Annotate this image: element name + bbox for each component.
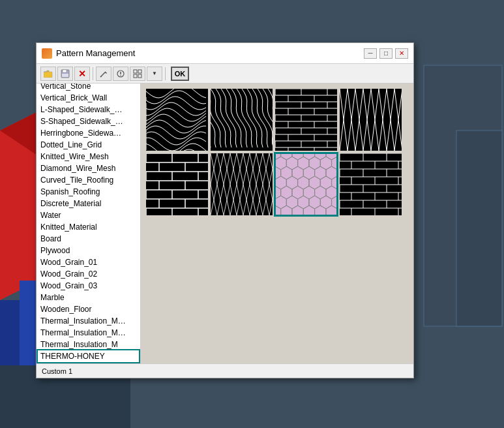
ok-button[interactable]: OK bbox=[171, 67, 189, 81]
list-item[interactable]: Vertical_Stone bbox=[37, 84, 140, 91]
svg-rect-14 bbox=[62, 74, 68, 77]
list-item[interactable]: Wooden_Floor bbox=[37, 302, 140, 314]
toolbar: ✕ ▼ OK bbox=[37, 64, 413, 84]
svg-rect-9 bbox=[456, 130, 502, 326]
list-item[interactable]: Vertical_Brick_Wall bbox=[37, 91, 140, 102]
list-item[interactable]: Diamond_Wire_Mesh bbox=[37, 161, 140, 173]
list-item[interactable]: Wood_Grain_03 bbox=[37, 279, 140, 290]
svg-rect-24 bbox=[138, 74, 141, 78]
svg-rect-10 bbox=[44, 72, 52, 78]
dialog-title: Pattern Management bbox=[56, 48, 135, 58]
pattern-cell[interactable] bbox=[340, 153, 402, 215]
delete-button[interactable]: ✕ bbox=[74, 67, 90, 81]
pattern-list[interactable]: Vertical_StoneVertical_Brick_WallL-Shape… bbox=[37, 84, 141, 363]
maximize-button[interactable]: □ bbox=[379, 48, 393, 59]
list-item[interactable]: Wood_Grain_01 bbox=[37, 255, 140, 267]
svg-rect-13 bbox=[63, 70, 67, 72]
titlebar-left: Pattern Management bbox=[42, 48, 135, 59]
svg-rect-23 bbox=[134, 74, 137, 78]
titlebar: Pattern Management ─ □ ✕ bbox=[37, 43, 413, 64]
list-item[interactable]: THERMO-HONEY bbox=[37, 349, 140, 363]
list-item[interactable]: Thermal_Insulation_M bbox=[37, 337, 140, 349]
list-item[interactable]: Dotted_Line_Grid bbox=[37, 138, 140, 149]
list-item[interactable]: Plywood bbox=[37, 243, 140, 255]
save-button[interactable] bbox=[57, 67, 73, 81]
pattern-cell[interactable] bbox=[211, 153, 273, 215]
svg-rect-22 bbox=[138, 70, 141, 73]
svg-rect-21 bbox=[134, 70, 137, 73]
list-item[interactable]: S-Shaped_Sidewalk_… bbox=[37, 114, 140, 126]
edit-button[interactable] bbox=[96, 67, 111, 81]
titlebar-controls: ─ □ ✕ bbox=[364, 48, 408, 59]
pattern-cell[interactable] bbox=[146, 153, 208, 215]
list-item[interactable]: Herringbone_Sidewa… bbox=[37, 126, 140, 138]
svg-marker-11 bbox=[44, 70, 49, 72]
pattern-grid bbox=[146, 89, 402, 215]
list-item[interactable]: Knitted_Wire_Mesh bbox=[37, 149, 140, 161]
list-item[interactable]: Wood_Grain_02 bbox=[37, 267, 140, 279]
list-item[interactable]: Knitted_Material bbox=[37, 220, 140, 232]
dropdown-button[interactable]: ▼ bbox=[147, 67, 162, 81]
main-content: Vertical_StoneVertical_Brick_WallL-Shape… bbox=[37, 84, 413, 363]
open-button[interactable] bbox=[40, 67, 56, 81]
list-item[interactable]: L-Shaped_Sidewalk_… bbox=[37, 102, 140, 114]
list-item[interactable]: Thermal_Insulation_M… bbox=[37, 326, 140, 337]
list-item[interactable]: Discrete_Material bbox=[37, 196, 140, 208]
svg-line-15 bbox=[100, 72, 106, 77]
list-item[interactable]: Board bbox=[37, 232, 140, 243]
close-button[interactable]: ✕ bbox=[395, 48, 408, 59]
pattern-cell[interactable] bbox=[211, 89, 273, 151]
list-item[interactable]: Water bbox=[37, 208, 140, 220]
pattern-preview-panel bbox=[141, 84, 413, 363]
pattern-cell[interactable] bbox=[146, 89, 208, 151]
toolbar-separator-2 bbox=[165, 67, 166, 80]
list-item[interactable]: Thermal_Insulation_M… bbox=[37, 314, 140, 326]
list-item[interactable]: Spanish_Roofing bbox=[37, 185, 140, 196]
list-item[interactable]: Marble bbox=[37, 290, 140, 302]
status-text: Custom 1 bbox=[42, 367, 72, 375]
grid-view-button[interactable] bbox=[130, 67, 145, 81]
pattern-cell[interactable] bbox=[275, 153, 337, 215]
properties-button[interactable] bbox=[113, 67, 128, 81]
statusbar: Custom 1 bbox=[37, 363, 413, 378]
pattern-cell[interactable] bbox=[275, 89, 337, 151]
app-icon bbox=[42, 48, 52, 59]
toolbar-separator-1 bbox=[93, 67, 93, 80]
minimize-button[interactable]: ─ bbox=[364, 48, 377, 59]
list-item[interactable]: Curved_Tile_Roofing bbox=[37, 173, 140, 185]
pattern-cell[interactable] bbox=[340, 89, 402, 151]
pattern-management-dialog: Pattern Management ─ □ ✕ ✕ ▼ OK bbox=[36, 42, 414, 378]
svg-point-20 bbox=[120, 75, 121, 76]
